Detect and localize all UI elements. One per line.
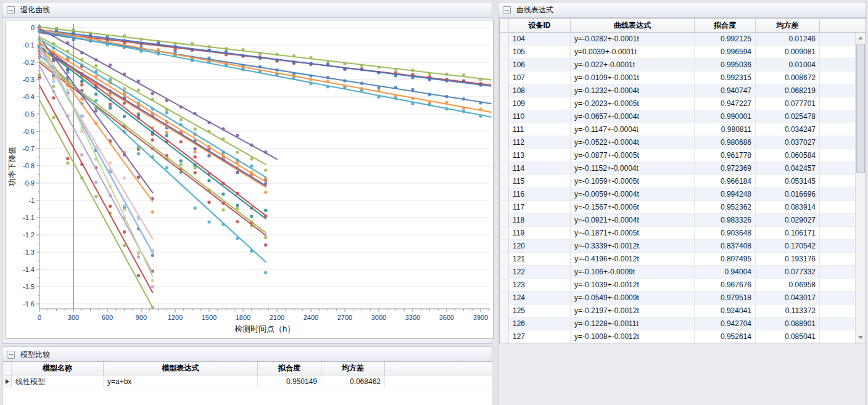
cell-曲线表达式: y=-0.0921+-0.0004t <box>571 214 695 226</box>
table-row[interactable]: 115y=-0.1059+-0.0005t0.9661840.053145 <box>500 175 866 188</box>
table-row[interactable]: 120y=-0.3339+-0.0012t0.8374080.170542 <box>500 240 866 253</box>
table-row[interactable]: 107y=-0.0109+-0.0001t0.9923150.008672 <box>500 72 866 84</box>
cell-均方差: 0.025478 <box>756 110 820 123</box>
degradation-panel-title: 退化曲线 <box>20 5 50 15</box>
table-row[interactable]: 122y=-0.106+-0.0009t0.940040.077332 <box>500 266 866 279</box>
table-row[interactable]: 117y=-0.1567+-0.0006t0.9523620.083914 <box>500 201 866 214</box>
table-row[interactable]: 106y=-0.022+-0.0001t0.9950360.01004 <box>500 59 866 72</box>
scroll-down-button[interactable] <box>856 332 866 343</box>
x-tick-label: 0 <box>38 314 41 321</box>
degradation-chart[interactable]: 0300600900120015001800210024002700300033… <box>6 20 494 339</box>
table-row[interactable]: 127y=-0.1008+-0.0012t0.9526140.085041 <box>500 330 866 343</box>
x-tick-label: 2100 <box>270 314 284 321</box>
table-row[interactable]: 114y=-0.1152+-0.0004t0.9723690.042457 <box>500 162 866 175</box>
column-header-2[interactable]: 曲线表达式 <box>571 19 695 32</box>
x-tick-label: 2700 <box>337 314 352 321</box>
cell-曲线表达式: y=-0.1232+-0.0004t <box>571 84 695 97</box>
row-indicator <box>500 59 509 71</box>
column-header-4[interactable]: 均方差 <box>321 362 385 375</box>
cell-设备ID: 112 <box>509 136 571 149</box>
table-row[interactable]: 126y=-0.1228+-0.0011t0.9427040.088901 <box>500 317 866 330</box>
table-row[interactable]: 109y=-0.2023+-0.0005t0.9472270.077701 <box>500 97 866 110</box>
row-indicator <box>500 201 509 213</box>
table-row[interactable]: 119y=-0.1871+-0.0005t0.9036480.106171 <box>500 227 866 240</box>
column-header-filler <box>820 19 866 32</box>
scrollbar-thumb[interactable] <box>856 44 865 173</box>
table-header-row: 模型名称模型表达式拟合度均方差 <box>3 362 492 375</box>
arrow-down-icon <box>858 336 863 339</box>
cell-设备ID: 127 <box>509 330 571 343</box>
cell-均方差: 0.106171 <box>756 227 820 239</box>
column-header-2[interactable]: 模型表达式 <box>104 362 258 375</box>
table-row[interactable]: 104y=-0.0282+-0.0001t0.9921250.01246 <box>500 33 866 46</box>
cell-曲线表达式: y=-0.0522+-0.0004t <box>571 136 695 149</box>
column-header-3[interactable]: 拟合度 <box>258 362 321 375</box>
column-header-1[interactable]: 设备ID <box>509 19 571 32</box>
cell-曲线表达式: y=-0.1039+-0.0012t <box>571 279 695 291</box>
table-row[interactable]: 118y=-0.0921+-0.0004t0.9833260.029027 <box>500 214 866 227</box>
cell-设备ID: 114 <box>509 162 571 174</box>
y-tick-label: -0.4 <box>23 93 35 100</box>
table-row[interactable]: 105y=0.0039+-0.0001t0.9965940.009081 <box>500 46 866 59</box>
table-row[interactable]: 124y=-0.0549+-0.0009t0.9795180.043017 <box>500 292 866 305</box>
table-row[interactable]: 112y=-0.0522+-0.0004t0.9806860.037027 <box>500 136 866 149</box>
table-row[interactable]: 111y=-0.1147+-0.0004t0.9808110.034247 <box>500 123 866 136</box>
cell-拟合度: 0.983326 <box>695 214 756 226</box>
cell-均方差: 0.016696 <box>756 188 820 200</box>
table-row[interactable]: 116y=-0.0059+-0.0004t0.9942480.016696 <box>500 188 866 201</box>
collapse-icon[interactable] <box>7 6 15 14</box>
cell-拟合度: 0.967676 <box>695 279 756 291</box>
column-header-4[interactable]: 均方差 <box>756 19 820 32</box>
collapse-icon[interactable] <box>7 351 15 359</box>
x-tick-label: 900 <box>136 314 147 321</box>
y-tick-label: -1.2 <box>23 231 35 239</box>
scroll-up-button[interactable] <box>856 33 866 43</box>
fit-line-107 <box>39 30 491 86</box>
row-indicator-header <box>3 362 12 375</box>
row-indicator <box>500 46 509 58</box>
table-row[interactable]: 线性模型y=a+bx0.9501490.068462 <box>3 375 492 388</box>
column-header-1[interactable]: 模型名称 <box>12 362 104 375</box>
table-row[interactable]: 123y=-0.1039+-0.0012t0.9676760.06958 <box>500 279 866 292</box>
current-row-arrow-icon <box>6 379 9 384</box>
row-indicator <box>500 330 509 343</box>
cell-设备ID: 109 <box>509 97 571 110</box>
y-tick-label: 0 <box>31 24 35 31</box>
table-row[interactable]: 113y=-0.0877+-0.0005t0.9617780.060584 <box>500 149 866 162</box>
y-tick-label: -0.8 <box>23 162 35 170</box>
column-header-3[interactable]: 拟合度 <box>695 19 756 32</box>
cell-设备ID: 106 <box>509 59 571 71</box>
cell-拟合度: 0.994248 <box>695 188 756 200</box>
row-indicator-header <box>500 19 509 32</box>
x-axis-title: 检测时间点（h） <box>234 324 295 333</box>
fit-line-extra5 <box>39 31 491 117</box>
y-tick-label: -0.9 <box>23 179 35 187</box>
cell-均方差: 0.008672 <box>756 72 820 84</box>
series-points-108 <box>38 52 267 194</box>
collapse-icon[interactable] <box>503 6 511 14</box>
cell-设备ID: 108 <box>509 84 571 97</box>
cell-设备ID: 120 <box>509 240 571 252</box>
table-row[interactable]: 108y=-0.1232+-0.0004t0.9407470.068219 <box>500 84 866 97</box>
fit-lines <box>39 27 491 308</box>
x-tick-label: 600 <box>102 314 113 321</box>
y-tick-label: -1.4 <box>23 266 35 273</box>
cell-拟合度: 0.837408 <box>695 240 756 252</box>
y-axis-title: 功率下降值 <box>7 147 17 187</box>
cell-拟合度: 0.947227 <box>695 97 756 110</box>
table-row[interactable]: 110y=-0.0657+-0.0004t0.9900010.025478 <box>500 110 866 123</box>
row-indicator <box>500 72 509 84</box>
vertical-scrollbar[interactable] <box>855 33 866 343</box>
table-row[interactable]: 121y=-0.4196+-0.0012t0.8074950.193176 <box>500 253 866 266</box>
x-tick-label: 1200 <box>168 314 183 321</box>
cell-均方差: 0.029027 <box>756 214 820 226</box>
panel-model-comparison: 模型比较 模型名称模型表达式拟合度均方差线性模型y=a+bx0.9501490.… <box>2 346 492 405</box>
cell-曲线表达式: y=-0.0109+-0.0001t <box>571 72 695 84</box>
cell-拟合度: 0.940747 <box>695 84 756 97</box>
cell-均方差: 0.01246 <box>756 33 820 45</box>
row-indicator <box>500 317 509 330</box>
cell-拟合度: 0.980686 <box>695 136 756 149</box>
table-row[interactable]: 125y=-0.2197+-0.0012t0.9240410.113372 <box>500 305 866 317</box>
cell-设备ID: 113 <box>509 149 571 162</box>
cell-曲线表达式: y=-0.1152+-0.0004t <box>571 162 695 174</box>
